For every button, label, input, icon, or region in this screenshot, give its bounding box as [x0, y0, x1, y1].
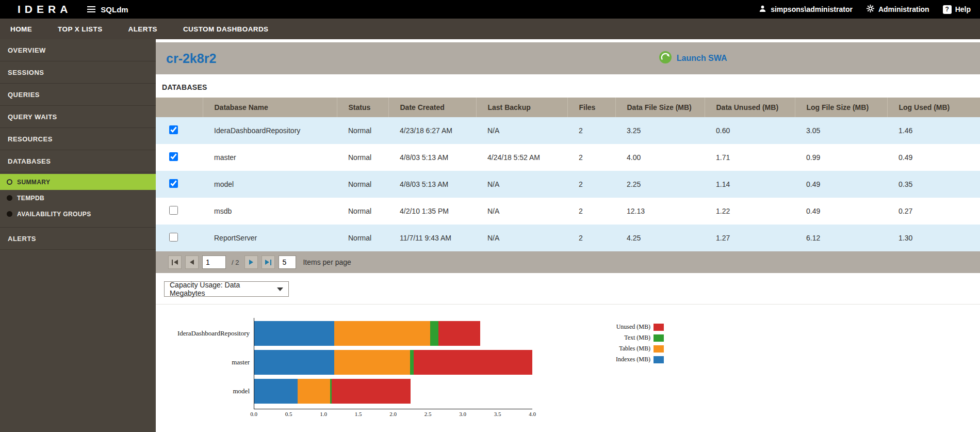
legend-swatch [654, 356, 664, 363]
legend-item: Tables (MB) [616, 345, 664, 353]
cell-last-backup: 4/24/18 5:52 AM [476, 144, 567, 171]
chart-bars [254, 318, 532, 409]
legend-label: Unused (MB) [616, 323, 650, 331]
col-last-backup[interactable]: Last Backup [476, 98, 567, 117]
sidebar-item-availability-groups[interactable]: AVAILABILITY GROUPS [0, 206, 156, 222]
nav-item-custom-dashboards[interactable]: CUSTOM DASHBOARDS [170, 19, 282, 39]
page-number-input[interactable] [202, 255, 226, 269]
user-icon [758, 4, 767, 14]
table-row[interactable]: master Normal 4/8/03 5:13 AM 4/24/18 5:5… [156, 144, 980, 171]
legend-item: Indexes (MB) [616, 356, 664, 363]
cell-files: 2 [567, 171, 615, 198]
sidebar-item-databases[interactable]: DATABASES [0, 150, 156, 172]
select-column-header [156, 98, 203, 117]
databases-section-title: DATABASES [162, 83, 980, 91]
chart-x-axis: 0.00.51.01.52.02.53.03.54.0 [254, 409, 532, 419]
col-date-created[interactable]: Date Created [388, 98, 476, 117]
row-checkbox[interactable] [169, 206, 178, 215]
legend-label: Indexes (MB) [616, 356, 650, 363]
content: cr-2k8r2 Launch SWA DATABASES [156, 39, 980, 432]
cell-date-created: 4/2/10 1:35 PM [388, 198, 476, 225]
x-tick-label: 1.0 [320, 411, 327, 417]
table-row[interactable]: msdb Normal 4/2/10 1:35 PM N/A 2 12.13 1… [156, 198, 980, 225]
cell-status: Normal [337, 198, 388, 225]
col-database-name[interactable]: Database Name [203, 98, 337, 117]
radio-icon [7, 195, 12, 201]
bar-segment-tables-mb [334, 350, 410, 375]
col-log-file-size[interactable]: Log File Size (MB) [795, 98, 887, 117]
cell-data-file-size: 4.25 [615, 225, 705, 251]
cell-log-used: 1.46 [887, 117, 980, 144]
bar-segment-tables-mb [298, 379, 330, 404]
legend-item: Text (MB) [616, 334, 664, 342]
last-page-button[interactable] [262, 255, 275, 269]
cell-log-used: 1.30 [887, 225, 980, 251]
chart-legend: Unused (MB)Text (MB)Tables (MB)Indexes (… [616, 323, 664, 363]
help-label: Help [955, 5, 971, 13]
cell-data-unused: 1.71 [705, 144, 795, 171]
cell-database-name: ReportServer [203, 225, 337, 251]
col-log-used[interactable]: Log Used (MB) [887, 98, 980, 117]
help-button[interactable]: ? Help [943, 5, 971, 14]
chart-controls: Capacity Usage: Data Megabytes [156, 273, 980, 305]
table-row[interactable]: ReportServer Normal 11/7/11 9:43 AM N/A … [156, 225, 980, 251]
cell-data-file-size: 12.13 [615, 198, 705, 225]
chart-category-label: IderaDashboardRepository [162, 319, 254, 348]
nav-item-top-x-lists[interactable]: TOP X LISTS [45, 19, 115, 39]
user-name: simpsons\administrator [771, 5, 853, 13]
cell-date-created: 4/23/18 6:27 AM [388, 117, 476, 144]
table-row[interactable]: model Normal 4/8/03 5:13 AM N/A 2 2.25 1… [156, 171, 980, 198]
sidebar-item-alerts[interactable]: ALERTS [0, 228, 156, 250]
cell-log-used: 0.49 [887, 144, 980, 171]
sidebar-item-sessions[interactable]: SESSIONS [0, 61, 156, 84]
app-name: SQLdm [101, 5, 128, 14]
launch-swa-label: Launch SWA [677, 54, 727, 63]
gear-icon [866, 4, 875, 14]
row-checkbox[interactable] [169, 179, 178, 188]
sidebar-subitem-label: TEMPDB [17, 195, 44, 202]
sidebar-item-overview[interactable]: OVERVIEW [0, 39, 156, 61]
bar-segment-unused-mb [332, 379, 411, 404]
cell-log-file-size: 0.49 [795, 171, 887, 198]
table-row[interactable]: IderaDashboardRepository Normal 4/23/18 … [156, 117, 980, 144]
next-page-button[interactable] [244, 255, 258, 269]
sidebar-item-query-waits[interactable]: QUERY WAITS [0, 106, 156, 128]
nav-item-alerts[interactable]: ALERTS [116, 19, 170, 39]
sidebar-item-summary[interactable]: SUMMARY [0, 174, 156, 190]
items-per-page-label: Items per page [303, 258, 351, 266]
sidebar-item-queries[interactable]: QUERIES [0, 84, 156, 106]
col-status[interactable]: Status [337, 98, 388, 117]
capacity-usage-dropdown[interactable]: Capacity Usage: Data Megabytes [164, 281, 289, 297]
cell-last-backup: N/A [476, 198, 567, 225]
sidebar-item-tempdb[interactable]: TEMPDB [0, 190, 156, 206]
cell-last-backup: N/A [476, 117, 567, 144]
administration-label: Administration [878, 5, 929, 13]
sidebar-subitem-label: SUMMARY [17, 179, 50, 186]
cell-database-name: msdb [203, 198, 337, 225]
row-checkbox[interactable] [169, 152, 178, 161]
col-data-unused[interactable]: Data Unused (MB) [705, 98, 795, 117]
legend-label: Tables (MB) [619, 345, 650, 353]
pagination-bar: / 2 Items per page [156, 251, 980, 273]
menu-icon[interactable] [87, 6, 95, 12]
cell-database-name: model [203, 171, 337, 198]
cell-files: 2 [567, 225, 615, 251]
administration-button[interactable]: Administration [866, 4, 929, 14]
col-files[interactable]: Files [567, 98, 615, 117]
cell-database-name: master [203, 144, 337, 171]
row-checkbox[interactable] [169, 125, 178, 134]
previous-page-button[interactable] [185, 255, 199, 269]
row-checkbox[interactable] [169, 233, 178, 242]
first-page-button[interactable] [168, 255, 182, 269]
capacity-usage-selected: Capacity Usage: Data Megabytes [170, 281, 277, 297]
nav-item-home[interactable]: HOME [0, 19, 45, 39]
col-data-file-size[interactable]: Data File Size (MB) [615, 98, 705, 117]
legend-item: Unused (MB) [616, 323, 664, 331]
sidebar-item-resources[interactable]: RESOURCES [0, 128, 156, 150]
bar-segment-indexes-mb [254, 321, 334, 346]
items-per-page-input[interactable] [279, 255, 296, 269]
cell-data-file-size: 4.00 [615, 144, 705, 171]
cell-date-created: 4/8/03 5:13 AM [388, 144, 476, 171]
user-menu[interactable]: simpsons\administrator [758, 4, 853, 14]
launch-swa-button[interactable]: Launch SWA [659, 51, 727, 66]
